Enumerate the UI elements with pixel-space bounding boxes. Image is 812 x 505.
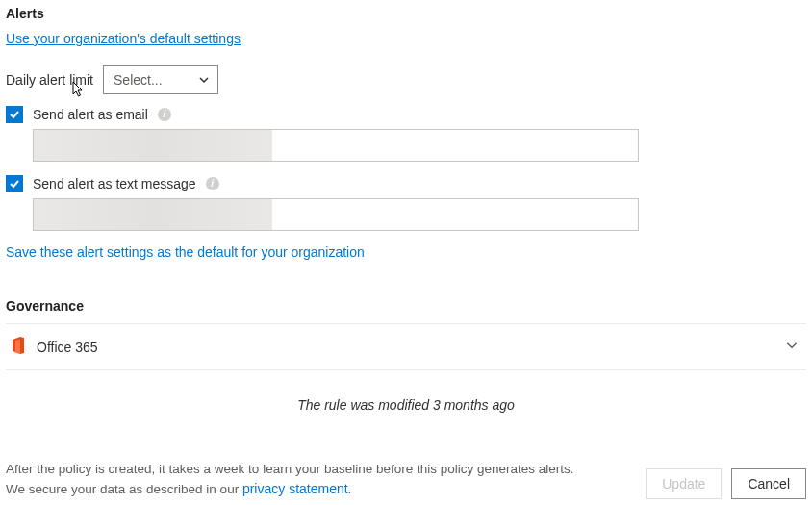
chevron-down-icon <box>198 74 210 86</box>
send-email-checkbox[interactable] <box>6 106 23 123</box>
alerts-section: Alerts Use your organization's default s… <box>6 6 806 260</box>
chevron-down-icon <box>785 339 799 355</box>
email-recipients-input[interactable] <box>33 129 639 162</box>
footer: After the policy is created, it takes a … <box>6 460 806 500</box>
send-email-row: Send alert as email i <box>6 106 806 123</box>
footer-line1: After the policy is created, it takes a … <box>6 460 574 479</box>
redacted-value <box>34 199 272 230</box>
footer-line2: We secure your data as described in our … <box>6 479 574 499</box>
redacted-value <box>34 130 272 161</box>
send-sms-row: Send alert as text message i <box>6 175 806 192</box>
office-365-icon <box>10 336 27 358</box>
privacy-statement-link[interactable]: privacy statement <box>242 481 348 496</box>
info-icon: i <box>158 108 171 121</box>
send-email-label: Send alert as email <box>33 107 148 122</box>
modified-note: The rule was modified 3 months ago <box>6 397 806 413</box>
use-default-settings-link[interactable]: Use your organization's default settings <box>6 31 241 46</box>
footer-text: After the policy is created, it takes a … <box>6 460 574 500</box>
governance-item-office365[interactable]: Office 365 <box>6 323 806 370</box>
governance-heading: Governance <box>6 298 806 314</box>
daily-limit-row: Daily alert limit Select... <box>6 65 806 94</box>
save-default-link[interactable]: Save these alert settings as the default… <box>6 244 365 260</box>
footer-line2-pre: We secure your data as described in our <box>6 482 242 496</box>
alerts-heading: Alerts <box>6 6 806 21</box>
footer-line2-post: . <box>348 482 352 496</box>
daily-limit-label: Daily alert limit <box>6 72 93 88</box>
daily-limit-select[interactable]: Select... <box>103 65 218 94</box>
governance-item-label: Office 365 <box>37 340 98 355</box>
cancel-button[interactable]: Cancel <box>731 468 806 499</box>
sms-recipients-input[interactable] <box>33 198 639 231</box>
update-button[interactable]: Update <box>646 468 722 499</box>
daily-limit-select-value: Select... <box>114 72 163 88</box>
send-sms-checkbox[interactable] <box>6 175 23 192</box>
send-sms-label: Send alert as text message <box>33 176 196 191</box>
info-icon: i <box>206 177 219 190</box>
footer-buttons: Update Cancel <box>646 468 806 499</box>
governance-section: Governance Office 365 <box>6 298 806 370</box>
